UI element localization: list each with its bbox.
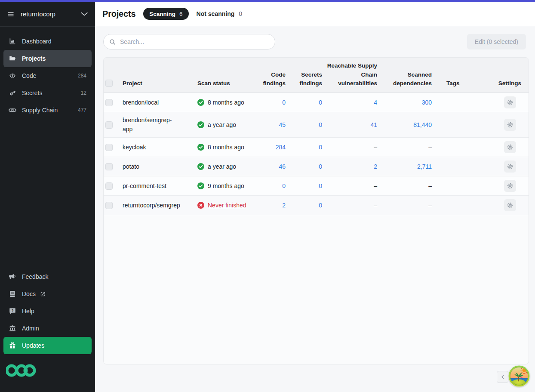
hamburger-menu-icon[interactable]: [7, 11, 15, 18]
project-settings-button[interactable]: [504, 199, 516, 211]
sidebar-item-docs[interactable]: Docs: [3, 285, 92, 302]
secrets-findings-link[interactable]: 0: [319, 163, 322, 170]
sidebar-item-projects[interactable]: Projects: [3, 50, 92, 67]
megaphone-icon: [9, 273, 16, 281]
search-icon: [109, 38, 116, 46]
island-widget-button[interactable]: [508, 365, 530, 387]
help-bubble-icon: ?: [9, 307, 16, 315]
dashboard-chart-icon: [9, 37, 16, 45]
empty-value: –: [428, 202, 432, 209]
column-header-settings: Settings: [491, 58, 529, 93]
project-settings-button[interactable]: [504, 161, 516, 173]
svg-text:?: ?: [11, 309, 13, 313]
project-name: brendon/local: [121, 93, 194, 112]
project-settings-button[interactable]: [504, 141, 516, 153]
code-brackets-icon: [9, 72, 16, 80]
table-row: returntocorp/semgrepNever finished20––: [104, 196, 529, 215]
semgrep-logo[interactable]: [6, 364, 39, 377]
secrets-findings-link[interactable]: 0: [319, 202, 322, 209]
scan-status-cell: a year ago: [194, 157, 252, 176]
edit-selected-button[interactable]: Edit (0 selected): [467, 34, 526, 49]
column-header-secrets-findings: Secrets findings: [287, 58, 324, 93]
code-findings-link[interactable]: 45: [279, 121, 286, 128]
scan-status-cell: Never finished: [194, 196, 252, 215]
secrets-findings-link[interactable]: 0: [319, 99, 322, 106]
table-body: brendon/local8 months ago004300brendon/s…: [104, 93, 529, 215]
scan-status-text: 8 months ago: [208, 99, 244, 106]
empty-value: –: [374, 202, 377, 209]
scan-status-text: 8 months ago: [208, 144, 244, 151]
reachable-vulns-link[interactable]: 41: [370, 121, 377, 128]
empty-value: –: [374, 144, 377, 151]
page-title: Projects: [102, 9, 135, 19]
code-findings-link[interactable]: 284: [276, 144, 286, 151]
sidebar-nav: Dashboard Projects Code 284 Secrets: [0, 27, 95, 119]
folder-icon: [9, 55, 16, 62]
project-settings-button[interactable]: [504, 119, 516, 131]
tags-cell: [434, 112, 491, 137]
sidebar-item-admin[interactable]: Admin: [3, 320, 92, 337]
code-count-badge: 284: [78, 73, 86, 79]
row-checkbox[interactable]: [105, 99, 113, 106]
org-switcher[interactable]: returntocorp: [0, 2, 95, 27]
code-findings-link[interactable]: 2: [282, 202, 286, 209]
code-findings-link[interactable]: 46: [279, 163, 286, 170]
scanned-deps-link[interactable]: 81,440: [413, 121, 432, 128]
tab-not-scanning[interactable]: Not scanning 0: [197, 10, 242, 17]
scan-status-text: a year ago: [208, 163, 236, 170]
project-settings-button[interactable]: [504, 96, 516, 108]
key-icon: [9, 89, 16, 97]
chevron-down-icon: [80, 12, 88, 17]
tab-scanning[interactable]: Scanning 6: [143, 8, 188, 20]
chain-link-icon: [9, 106, 16, 114]
scan-success-icon: [197, 121, 204, 128]
sidebar-item-dashboard[interactable]: Dashboard: [3, 33, 92, 50]
external-link-icon: [39, 290, 47, 298]
secrets-findings-link[interactable]: 0: [319, 144, 322, 151]
tags-cell: [434, 176, 491, 195]
table-header: Project Scan status Code findings Secret…: [104, 58, 529, 93]
scanned-deps-link[interactable]: 2,711: [417, 163, 432, 170]
secrets-findings-link[interactable]: 0: [319, 121, 322, 128]
sidebar-item-supply-chain[interactable]: Supply Chain 477: [3, 102, 92, 119]
table-row: brendon/local8 months ago004300: [104, 93, 529, 112]
code-findings-link[interactable]: 0: [282, 99, 286, 106]
code-findings-link[interactable]: 0: [282, 182, 286, 189]
scan-success-icon: [197, 182, 204, 189]
book-icon: [9, 290, 16, 298]
scanned-deps-link[interactable]: 300: [422, 99, 432, 106]
scan-status-link[interactable]: Never finished: [208, 202, 246, 209]
project-name: returntocorp/semgrep: [121, 196, 194, 215]
secrets-count-badge: 12: [81, 90, 86, 96]
empty-value: –: [374, 182, 377, 189]
gift-icon: [9, 342, 16, 349]
row-checkbox[interactable]: [105, 121, 113, 129]
sidebar-item-updates[interactable]: Updates: [3, 337, 92, 354]
tags-cell: [434, 196, 491, 215]
column-header-tags: Tags: [434, 58, 491, 93]
project-settings-button[interactable]: [504, 180, 516, 192]
row-checkbox[interactable]: [105, 144, 113, 151]
sidebar-footer-nav: Feedback Docs ? Help: [0, 268, 95, 392]
reachable-vulns-link[interactable]: 4: [374, 99, 377, 106]
secrets-findings-link[interactable]: 0: [319, 182, 322, 189]
projects-table: Project Scan status Code findings Secret…: [103, 57, 529, 364]
search-input[interactable]: [120, 38, 270, 45]
sidebar-item-secrets[interactable]: Secrets 12: [3, 84, 92, 102]
pagination-prev-button[interactable]: [497, 371, 508, 383]
scan-status-text: a year ago: [208, 121, 236, 128]
sidebar-item-help[interactable]: ? Help: [3, 302, 92, 320]
row-checkbox[interactable]: [105, 182, 113, 190]
scan-status-text: 9 months ago: [208, 182, 244, 189]
row-checkbox[interactable]: [105, 163, 113, 170]
sidebar-item-feedback[interactable]: Feedback: [3, 268, 92, 285]
table-row: brendon/semgrep-appa year ago4504181,440: [104, 112, 529, 138]
column-header-scan-status: Scan status: [194, 58, 252, 93]
scan-status-cell: 8 months ago: [194, 138, 252, 157]
select-all-checkbox[interactable]: [105, 80, 113, 87]
reachable-vulns-link[interactable]: 2: [374, 163, 377, 170]
search-box[interactable]: [103, 34, 275, 49]
row-checkbox[interactable]: [105, 202, 113, 209]
supply-chain-count-badge: 477: [78, 107, 86, 113]
sidebar-item-code[interactable]: Code 284: [3, 67, 92, 84]
